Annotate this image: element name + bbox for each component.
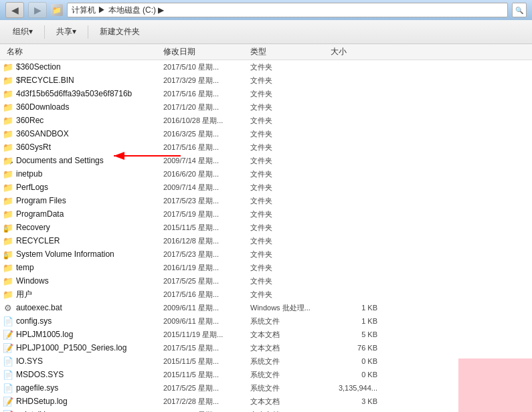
file-date: 2017/5/25 星期... (163, 276, 250, 286)
table-row[interactable]: 📁 PerfLogs 2009/7/14 星期... 文件夹 (0, 181, 532, 194)
file-date: 2016/6/20 星期... (163, 169, 250, 179)
table-row[interactable]: 📁 360SANDBOX 2016/3/25 星期... 文件夹 (0, 127, 532, 140)
file-type: 文件夹 (250, 183, 331, 193)
table-row[interactable]: 📁 🔒 System Volume Information 2017/5/23 … (0, 247, 532, 261)
file-icon: 📁 (3, 262, 13, 273)
file-list[interactable]: 📁 $360Section 2017/5/10 星期... 文件夹 📁 $REC… (0, 60, 532, 412)
file-type: 系统文件 (250, 383, 331, 393)
file-date: 2017/5/16 星期... (163, 142, 250, 152)
back-button[interactable]: ◀ (5, 2, 24, 18)
toolbar-separator-1 (44, 25, 45, 39)
table-row[interactable]: 📝 RHDSetup.log 2017/2/28 星期... 文本文档 3 KB (0, 395, 532, 408)
pink-region (458, 358, 532, 412)
col-name-header[interactable]: 名称 (3, 46, 163, 58)
file-type: 文件夹 (250, 290, 331, 300)
file-icon: ⚙ (3, 302, 13, 313)
file-name: 4d3f15b65d6ffa39a503e6f8716b (16, 89, 163, 98)
table-row[interactable]: 📄 config.sys 2009/6/11 星期... 系统文件 1 KB (0, 314, 532, 328)
table-row[interactable]: 📁 $RECYCLE.BIN 2017/3/29 星期... 文件夹 (0, 74, 532, 87)
file-type: 文件夹 (250, 263, 331, 273)
file-icon: 📄 (3, 369, 13, 380)
file-date: 2017/5/16 星期... (163, 89, 250, 99)
file-name: config.sys (16, 316, 163, 326)
file-name: 用户 (16, 289, 163, 300)
table-row[interactable]: 📝 HPLJP1000_P1500_Series.log 2017/5/15 星… (0, 341, 532, 354)
table-row[interactable]: 📁 🔒 Recovery 2015/11/5 星期... 文件夹 (0, 221, 532, 234)
table-row[interactable]: 📝 HPLJM1005.log 2015/11/19 星期... 文本文档 5 … (0, 328, 532, 341)
file-date: 2009/7/14 星期... (163, 156, 250, 166)
column-headers: 名称 修改日期 类型 大小 (0, 44, 532, 60)
file-name: MSDOS.SYS (16, 370, 163, 379)
file-icon: 📁 (3, 142, 13, 152)
file-icon: 📁 (3, 182, 13, 193)
table-row[interactable]: 📄 MSDOS.SYS 2015/11/5 星期... 系统文件 0 KB (0, 368, 532, 381)
file-date: 2017/2/28 星期... (163, 397, 250, 407)
file-date: 2017/5/23 星期... (163, 249, 250, 260)
file-date: 2015/11/5 星期... (163, 223, 250, 233)
file-type: 文本文档 (250, 397, 331, 407)
file-icon: 📁 (3, 235, 13, 246)
file-icon: 📝 (3, 409, 13, 412)
search-button[interactable]: 🔍 (512, 3, 527, 17)
table-row[interactable]: 📁 RECYCLER 2016/12/8 星期... 文件夹 (0, 234, 532, 247)
table-row[interactable]: 📄 IO.SYS 2015/11/5 星期... 系统文件 0 KB (0, 354, 532, 368)
table-row[interactable]: 📁 用户 2017/5/16 星期... 文件夹 (0, 288, 532, 301)
table-row[interactable]: 📁 inetpub 2016/6/20 星期... 文件夹 (0, 167, 532, 181)
file-icon: 📄 (3, 383, 13, 393)
forward-button[interactable]: ▶ (28, 2, 47, 18)
table-row[interactable]: 📄 pagefile.sys 2017/5/25 星期... 系统文件 3,13… (0, 381, 532, 395)
file-name: Program Files (16, 196, 163, 205)
table-row[interactable]: 📁 360Rec 2016/10/28 星期... 文件夹 (0, 114, 532, 127)
table-row[interactable]: 📁 360Downloads 2017/1/20 星期... 文件夹 (0, 100, 532, 114)
table-row[interactable]: ⚙ autoexec.bat 2009/6/11 星期... Windows 批… (0, 301, 532, 314)
table-row[interactable]: 📝 unintall.log 2016/3/28 星期... 文本文档 3 KB (0, 408, 532, 412)
table-row[interactable]: 📁 $360Section 2017/5/10 星期... 文件夹 (0, 60, 532, 74)
file-date: 2016/1/19 星期... (163, 263, 250, 273)
file-name: System Volume Information (16, 249, 163, 259)
organize-button[interactable]: 组织▾ (5, 23, 40, 41)
file-type: 文本文档 (250, 410, 331, 413)
col-type-header[interactable]: 类型 (250, 46, 331, 58)
file-type: 文件夹 (250, 129, 331, 139)
file-name: temp (16, 263, 163, 272)
file-type: 文件夹 (250, 89, 331, 99)
address-bar[interactable]: 计算机 ▶ 本地磁盘 (C:) ▶ (67, 3, 508, 17)
file-name: Documents and Settings (16, 156, 163, 165)
folder-icon: 📁 (51, 4, 63, 16)
col-size-header[interactable]: 大小 (331, 46, 384, 58)
table-row[interactable]: 📁 temp 2016/1/19 星期... 文件夹 (0, 261, 532, 274)
file-size: 76 KB (331, 344, 384, 352)
file-name: HPLJM1005.log (16, 330, 163, 339)
file-icon: 📄 (3, 356, 13, 367)
file-type: 系统文件 (250, 316, 331, 326)
file-date: 2017/5/16 星期... (163, 290, 250, 300)
share-button[interactable]: 共享▾ (49, 23, 84, 41)
file-icon: 📁 (3, 209, 13, 219)
table-row[interactable]: 📁 Program Files 2017/5/23 星期... 文件夹 (0, 194, 532, 207)
file-name: ProgramData (16, 209, 163, 219)
file-icon: 📁 (3, 88, 13, 99)
file-icon: 📁 ↗ (3, 155, 13, 166)
col-date-header[interactable]: 修改日期 (163, 46, 250, 58)
file-name: 360SANDBOX (16, 129, 163, 138)
file-type: 文件夹 (250, 116, 331, 126)
file-name: 360SysRt (16, 142, 163, 152)
new-folder-button[interactable]: 新建文件夹 (92, 23, 147, 41)
file-icon: 📝 (3, 396, 13, 407)
file-name: autoexec.bat (16, 303, 163, 312)
file-type: 文件夹 (250, 276, 331, 286)
table-row[interactable]: 📁 4d3f15b65d6ffa39a503e6f8716b 2017/5/16… (0, 87, 532, 100)
file-date: 2009/6/11 星期... (163, 303, 250, 313)
file-size: 0 KB (331, 357, 384, 365)
file-type: 系统文件 (250, 370, 331, 380)
table-row[interactable]: 📁 ProgramData 2017/5/19 星期... 文件夹 (0, 207, 532, 221)
file-date: 2017/3/29 星期... (163, 76, 250, 86)
table-row[interactable]: 📁 Windows 2017/5/25 星期... 文件夹 (0, 274, 532, 288)
file-icon: 📝 (3, 342, 13, 353)
file-type: 文件夹 (250, 102, 331, 112)
table-row[interactable]: 📁 360SysRt 2017/5/16 星期... 文件夹 (0, 140, 532, 154)
file-size: 1 KB (331, 317, 384, 325)
table-row[interactable]: 📁 ↗ Documents and Settings 2009/7/14 星期.… (0, 154, 532, 167)
file-type: 文件夹 (250, 156, 331, 166)
file-name: PerfLogs (16, 183, 163, 192)
